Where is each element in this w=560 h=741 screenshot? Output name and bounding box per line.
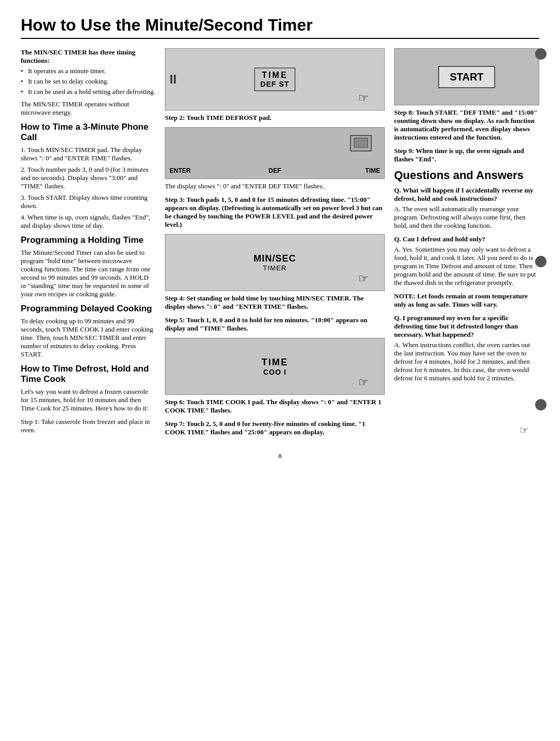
- minsec-display: MIN/SEC TIMER: [254, 253, 296, 272]
- qa-note-label: NOTE:: [394, 292, 415, 300]
- device2-time: TIME: [365, 167, 380, 174]
- qa-heading: Questions and Answers: [394, 169, 539, 182]
- device1-display-line2: DEF ST: [260, 80, 289, 88]
- caption-step6-bold: Step 6:: [165, 398, 185, 406]
- caption-step2: Step 2: Touch TIME DEFROST pad.: [165, 114, 385, 122]
- cook-display: TIME COO I: [262, 357, 288, 376]
- caption-step3-text: Touch pads 1, 5, 0 and 0 for 15 minutes …: [165, 196, 383, 228]
- cook-line2: COO I: [263, 368, 287, 376]
- start-button-label: START: [438, 66, 495, 88]
- caption-2b: The display shows ": 0" and "ENTER DEF T…: [165, 182, 385, 190]
- caption-step4: Step 4: Set standing or hold time by tou…: [165, 294, 385, 311]
- device1-number: II: [170, 72, 176, 87]
- hand-icon2: ☞: [358, 272, 369, 285]
- section4-text: Let's say you want to defrost a frozen c…: [21, 388, 156, 413]
- device2-enter: ENTER: [170, 167, 191, 174]
- caption-step7: Step 7: Touch 2, 5, 0 and 0 for twenty-f…: [165, 420, 385, 436]
- caption-step6-text: Touch TIME COOK I pad. The display shows…: [165, 398, 381, 414]
- device1-display-line1: TIME: [262, 71, 288, 80]
- svg-rect-1: [354, 138, 368, 147]
- hand-icon4: ☞: [520, 424, 529, 436]
- hand-icon3: ☞: [358, 376, 369, 389]
- device-image-3: MIN/SEC TIMER ☞: [165, 234, 385, 291]
- caption-step8: Step 8: Touch START. "DEF TIME" and "15:…: [394, 108, 539, 142]
- caption-step9: Step 9: When time is up, the oven signal…: [394, 147, 539, 163]
- section2-text: The Minute/Second Timer can also be used…: [21, 249, 156, 298]
- caption-step8-text: Touch START. "DEF TIME" and "15:00" coun…: [394, 108, 537, 141]
- minsec-sub: TIMER: [254, 264, 296, 272]
- caption-step3-bold: Step 3:: [165, 196, 185, 203]
- caption-step7-text: Touch 2, 5, 0 and 0 for twenty-five minu…: [165, 420, 366, 436]
- bullet-item: It can be used as a hold setting after d…: [21, 88, 156, 96]
- qa-a-2: A. When instructions conflict, the oven …: [394, 341, 539, 382]
- device-start-image: START ☞: [394, 48, 539, 105]
- section3-heading: Programming Delayed Cooking: [21, 304, 156, 314]
- section2-heading: Programming a Holding Time: [21, 235, 156, 245]
- caption-step4-text: Set standing or hold time by touching MI…: [165, 294, 364, 310]
- scroll-circle-bottom: [535, 399, 547, 410]
- page-title: How to Use the Minute/Second Timer: [21, 16, 539, 39]
- caption-step7-bold: Step 7:: [165, 420, 185, 428]
- cook-line1: TIME: [262, 357, 288, 368]
- device-image-2: ENTER DEF TIME: [165, 127, 385, 179]
- caption-step2-bold: Step 2:: [165, 114, 185, 121]
- step1-2: 2. Touch number pads 3, 0 and 0 (for 3 m…: [21, 166, 156, 190]
- intro-normal: The MIN/SEC TIMER operates without micro…: [21, 100, 156, 117]
- qa-q-2: Q. I programmed my oven for a specific d…: [394, 314, 539, 339]
- caption-step3: Step 3: Touch pads 1, 5, 0 and 0 for 15 …: [165, 196, 385, 229]
- caption-step2-text: Touch TIME DEFROST pad.: [185, 114, 272, 121]
- qa-a-0: A. The oven will automatically rearrange…: [394, 205, 539, 230]
- qa-note-1: NOTE: Let foods remain at room temperatu…: [394, 292, 539, 309]
- scroll-circle-mid: [535, 256, 547, 267]
- page-number: 8: [278, 452, 282, 460]
- step1-3: 3. Touch START. Display shows time count…: [21, 194, 156, 210]
- left-column: The MIN/SEC TIMER has three timing funct…: [21, 48, 156, 442]
- minsec-title: MIN/SEC: [254, 253, 296, 264]
- qa-q-0: Q. What will happen if I accidentally re…: [394, 186, 539, 203]
- right-column: START ☞ Step 8: Touch START. "DEF TIME" …: [394, 48, 539, 442]
- caption-step5-text: Touch 1, 0, 0 and 0 to hold for ten minu…: [165, 316, 368, 332]
- bullet-list: It operates as a minute timer. It can be…: [21, 67, 156, 96]
- mid-column: II TIME DEF ST ☞ Step 2: Touch TIME DEFR…: [165, 48, 385, 442]
- qa-a-1: A. Yes. Sometimes you may only want to d…: [394, 245, 539, 287]
- step1-1: 1. Touch MIN/SEC TIMER pad. The display …: [21, 146, 156, 162]
- caption-step8-bold: Step 8:: [394, 108, 414, 116]
- caption-step9-bold: Step 9:: [394, 147, 414, 155]
- hand-icon: ☞: [358, 91, 369, 105]
- section4-heading: How to Time Defrost, Hold and Time Cook: [21, 364, 156, 385]
- section3-text: To delay cooking up to 99 minutes and 99…: [21, 317, 156, 359]
- scroll-circle-top: [535, 48, 547, 60]
- bullet-item: It can be set to delay cooking.: [21, 77, 156, 86]
- caption-step6: Step 6: Touch TIME COOK I pad. The displ…: [165, 398, 385, 415]
- caption-step4-bold: Step 4:: [165, 294, 185, 302]
- caption-step5: Step 5: Touch 1, 0, 0 and 0 to hold for …: [165, 316, 385, 333]
- caption-step5-bold: Step 5:: [165, 316, 185, 324]
- section1-heading: How to Time a 3-Minute Phone Call: [21, 122, 156, 143]
- bullet-item: It operates as a minute timer.: [21, 67, 156, 75]
- step1-4: 4. When time is up, oven signals, flashe…: [21, 213, 156, 230]
- page-footer: 8: [21, 452, 539, 460]
- device-image-4: TIME COO I ☞: [165, 338, 385, 395]
- intro-bold: The MIN/SEC TIMER has three timing funct…: [21, 48, 156, 65]
- section4-step1: Step 1: Take casserole from freezer and …: [21, 418, 156, 434]
- qa-q-1: Q. Can I defrost and hold only?: [394, 235, 539, 243]
- device2-def: DEF: [269, 167, 281, 174]
- device-image-1: II TIME DEF ST ☞: [165, 48, 385, 111]
